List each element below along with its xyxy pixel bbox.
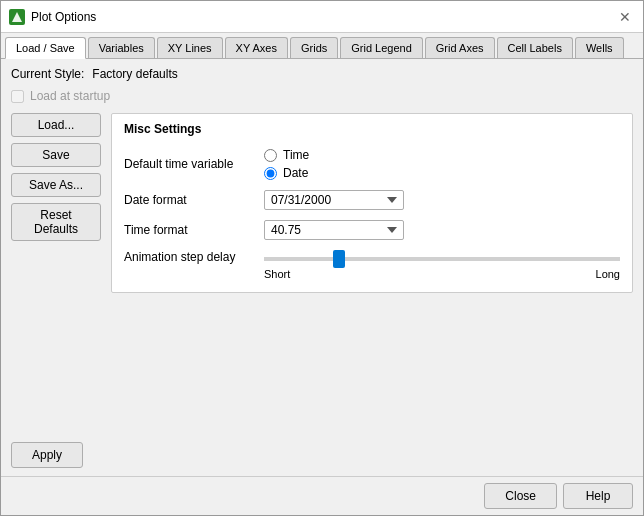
date-radio[interactable] bbox=[264, 167, 277, 180]
time-radio-label: Time bbox=[283, 148, 309, 162]
slider-labels-row: Short Long bbox=[124, 268, 620, 280]
apply-button[interactable]: Apply bbox=[11, 442, 83, 468]
misc-settings-title: Misc Settings bbox=[124, 122, 620, 136]
footer-apply-area: Apply bbox=[1, 434, 643, 476]
window-title: Plot Options bbox=[31, 10, 96, 24]
tab-xy-axes[interactable]: XY Axes bbox=[225, 37, 288, 58]
date-format-label: Date format bbox=[124, 193, 264, 207]
main-row: Load... Save Save As... Reset Defaults M… bbox=[11, 113, 633, 293]
tab-load-save[interactable]: Load / Save bbox=[5, 37, 86, 59]
content-area: Current Style: Factory defaults Load at … bbox=[1, 59, 643, 434]
date-format-dropdown[interactable]: 07/31/2000 bbox=[264, 190, 404, 210]
title-bar: Plot Options ✕ bbox=[1, 1, 643, 33]
save-as-button[interactable]: Save As... bbox=[11, 173, 101, 197]
window-close-button[interactable]: ✕ bbox=[615, 7, 635, 27]
time-format-dropdown[interactable]: 40.75 bbox=[264, 220, 404, 240]
close-button[interactable]: Close bbox=[484, 483, 557, 509]
tab-bar: Load / Save Variables XY Lines XY Axes G… bbox=[1, 33, 643, 59]
tab-grid-legend[interactable]: Grid Legend bbox=[340, 37, 423, 58]
default-time-variable-label: Default time variable bbox=[124, 157, 264, 171]
time-variable-radio-group: Time Date bbox=[264, 148, 309, 180]
misc-settings-panel: Misc Settings Default time variable Time… bbox=[111, 113, 633, 293]
left-buttons: Load... Save Save As... Reset Defaults bbox=[11, 113, 101, 293]
save-button[interactable]: Save bbox=[11, 143, 101, 167]
tab-grids[interactable]: Grids bbox=[290, 37, 338, 58]
tab-xy-lines[interactable]: XY Lines bbox=[157, 37, 223, 58]
help-button[interactable]: Help bbox=[563, 483, 633, 509]
load-at-startup-label: Load at startup bbox=[30, 89, 110, 103]
tab-wells[interactable]: Wells bbox=[575, 37, 624, 58]
tab-cell-labels[interactable]: Cell Labels bbox=[497, 37, 573, 58]
main-window: Plot Options ✕ Load / Save Variables XY … bbox=[0, 0, 644, 516]
animation-slider-container bbox=[264, 250, 620, 264]
animation-step-delay-label: Animation step delay bbox=[124, 250, 264, 264]
app-icon bbox=[9, 9, 25, 25]
animation-step-delay-row: Animation step delay bbox=[124, 250, 620, 264]
reset-defaults-button[interactable]: Reset Defaults bbox=[11, 203, 101, 241]
time-radio-row: Time bbox=[264, 148, 309, 162]
current-style-row: Current Style: Factory defaults bbox=[11, 67, 633, 81]
animation-step-delay-slider[interactable] bbox=[264, 257, 620, 261]
default-time-variable-row: Default time variable Time Date bbox=[124, 148, 620, 180]
current-style-label: Current Style: bbox=[11, 67, 84, 81]
time-radio[interactable] bbox=[264, 149, 277, 162]
time-format-label: Time format bbox=[124, 223, 264, 237]
time-format-row: Time format 40.75 bbox=[124, 220, 620, 240]
long-label: Long bbox=[596, 268, 620, 280]
short-label: Short bbox=[264, 268, 290, 280]
load-at-startup-row: Load at startup bbox=[11, 89, 633, 103]
date-radio-label: Date bbox=[283, 166, 308, 180]
date-radio-row: Date bbox=[264, 166, 309, 180]
load-button[interactable]: Load... bbox=[11, 113, 101, 137]
load-at-startup-checkbox[interactable] bbox=[11, 90, 24, 103]
current-style-value: Factory defaults bbox=[92, 67, 177, 81]
bottom-bar: Close Help bbox=[1, 476, 643, 515]
date-format-row: Date format 07/31/2000 bbox=[124, 190, 620, 210]
tab-grid-axes[interactable]: Grid Axes bbox=[425, 37, 495, 58]
tab-variables[interactable]: Variables bbox=[88, 37, 155, 58]
